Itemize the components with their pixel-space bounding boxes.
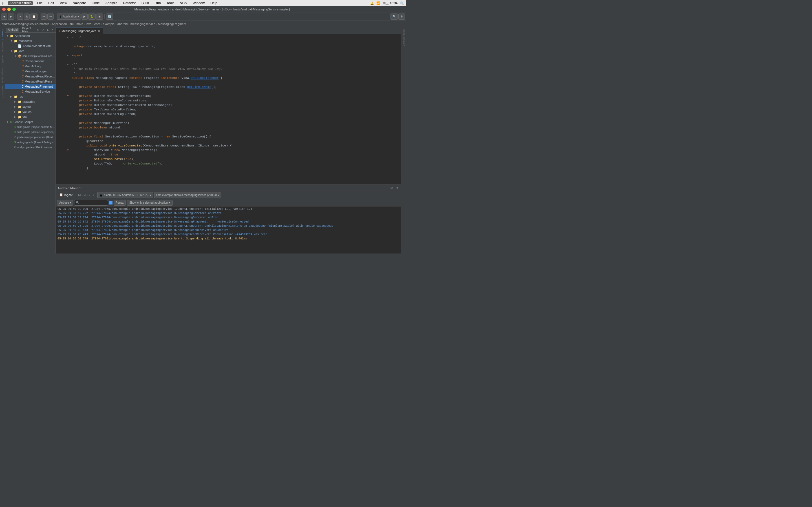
- breadcrumb-java[interactable]: java: [86, 22, 92, 25]
- sync-button[interactable]: 🔄: [106, 13, 113, 20]
- project-tab-android[interactable]: Android: [6, 27, 19, 32]
- log-level-selector[interactable]: Verbose ▾: [57, 200, 73, 206]
- breadcrumb-root[interactable]: android-MessagingService-master: [2, 22, 49, 25]
- show-selected-application-button[interactable]: Show only selected application ▾: [127, 200, 173, 206]
- breadcrumb-com[interactable]: com: [94, 22, 100, 25]
- project-tab-files[interactable]: Project Files: [20, 26, 35, 34]
- sync-project-icon[interactable]: ⟳: [41, 28, 45, 32]
- tree-item-xml[interactable]: ▶ 📁 xml: [5, 114, 56, 119]
- tree-item-messagereplyreceiver[interactable]: C MessageReplyReceiver: [5, 79, 56, 84]
- minimize-button[interactable]: [7, 8, 11, 11]
- redo-button[interactable]: ↪: [47, 13, 54, 20]
- menu-file[interactable]: File: [36, 1, 44, 5]
- menu-view[interactable]: View: [59, 1, 68, 5]
- menu-analyze[interactable]: Analyze: [104, 1, 119, 5]
- notification-icon[interactable]: 🔔: [370, 1, 374, 5]
- menu-build[interactable]: Build: [140, 1, 150, 5]
- tree-item-messagingservice[interactable]: C MessagingService: [5, 89, 56, 94]
- sidebar-tab-android-model[interactable]: Android Model: [402, 28, 405, 47]
- tree-item-build-gradle-project[interactable]: G build.gradle (Project: android-Messagi…: [5, 124, 56, 129]
- paste-button[interactable]: 📋: [30, 13, 38, 20]
- monitor-panel-title: Android Monitor: [57, 186, 82, 190]
- log-search-box[interactable]: 🔍: [74, 200, 108, 206]
- menu-android-studio[interactable]: Android Studio: [8, 1, 33, 5]
- sidebar-tab-structure[interactable]: Structure: [1, 41, 4, 54]
- menu-refactor[interactable]: Refactor: [122, 1, 137, 5]
- copy-button[interactable]: ⎘: [24, 13, 30, 20]
- undo-button[interactable]: ↩: [41, 13, 47, 20]
- tree-item-drawable[interactable]: ▶ 📁 drawable: [5, 99, 56, 104]
- tree-item-messagelogger[interactable]: C MessageLogger: [5, 69, 56, 74]
- process-selector[interactable]: com.example.android.messagingservice (27…: [154, 192, 221, 198]
- tab-close-icon[interactable]: ✕: [98, 30, 100, 33]
- menu-navigate[interactable]: Navigate: [71, 1, 87, 5]
- tree-item-manifests[interactable]: ▼ 📁 manifests: [5, 38, 56, 43]
- regex-checkbox[interactable]: [109, 201, 112, 205]
- tree-item-application[interactable]: ▼ 📁 Application: [5, 33, 56, 38]
- tree-item-local-properties[interactable]: P local.properties (SDK Location): [5, 145, 56, 150]
- restore-icon[interactable]: ⬆: [395, 186, 399, 190]
- tree-item-layout[interactable]: ▶ 📁 layout: [5, 104, 56, 109]
- breadcrumb-example[interactable]: example: [103, 22, 115, 25]
- settings-button[interactable]: ⚙: [398, 13, 405, 20]
- device-selector[interactable]: 📱 Xiaomi MI 3W Android 6.0.1, API 23 ▾: [97, 192, 153, 198]
- monitor-tab-monitors[interactable]: Monitors ⇥: [76, 192, 96, 198]
- tree-item-settings-gradle[interactable]: G settings.gradle (Project Settings): [5, 140, 56, 145]
- forward-button[interactable]: ▶: [8, 13, 14, 20]
- sidebar-tab-project[interactable]: 1: Project: [1, 28, 4, 41]
- run-button[interactable]: ▶: [82, 13, 88, 20]
- menu-help[interactable]: Help: [209, 1, 218, 5]
- show-selected-label: Show only selected application: [130, 201, 168, 204]
- tree-item-androidmanifest[interactable]: 📄 AndroidManifest.xml: [5, 43, 56, 48]
- tree-item-build-gradle-module[interactable]: G build.gradle (Module: Application): [5, 129, 56, 135]
- sidebar-tab-build[interactable]: Build Variants: [1, 66, 4, 84]
- tree-item-mainactivity[interactable]: C MainActivity: [5, 64, 56, 69]
- fold-icon[interactable]: ▶: [67, 54, 68, 57]
- tree-item-conversations[interactable]: C Conversations: [5, 59, 56, 64]
- cut-button[interactable]: ✂: [17, 13, 23, 20]
- log-content[interactable]: 05-25 09:50:19.090 27034-27965/com.examp…: [56, 207, 401, 253]
- code-editor[interactable]: ▶ /.../ package com.example.android.mess…: [56, 34, 401, 184]
- search-menu-icon[interactable]: 🔍: [400, 1, 404, 5]
- breadcrumb-app[interactable]: Application: [52, 22, 67, 25]
- menu-code[interactable]: Code: [91, 1, 101, 5]
- close-button[interactable]: [2, 8, 6, 11]
- run-config-selector[interactable]: 📱 Application ▾: [57, 13, 81, 20]
- tree-item-java[interactable]: ▼ 📁 java: [5, 48, 56, 54]
- debug-button[interactable]: 🐛: [88, 13, 96, 20]
- sidebar-tab-favorites[interactable]: 2: Favorites: [1, 84, 4, 100]
- menu-vcs[interactable]: VCS: [179, 1, 188, 5]
- breadcrumb-src[interactable]: src: [70, 22, 74, 25]
- tree-item-res[interactable]: ▶ 📁 res: [5, 94, 56, 99]
- editor-tab-messagingfragment[interactable]: J MessagingFragment.java ✕: [56, 27, 103, 34]
- settings-icon[interactable]: ⚙: [389, 186, 394, 190]
- tree-item-gradle-scripts[interactable]: ▼ ⚙ Gradle Scripts: [5, 119, 56, 124]
- maximize-button[interactable]: [12, 8, 16, 11]
- back-button[interactable]: ◀: [1, 13, 7, 20]
- menu-tools[interactable]: Tools: [165, 1, 175, 5]
- menu-edit[interactable]: Edit: [47, 1, 55, 5]
- tree-item-values[interactable]: ▶ 📁 values: [5, 109, 56, 114]
- breadcrumb-messagingservice[interactable]: messagingservice: [130, 22, 155, 25]
- tree-label: Application: [15, 34, 30, 38]
- monitor-tab-logcat[interactable]: 📋 logcat: [57, 192, 75, 198]
- tree-item-messagingfragment[interactable]: C MessagingFragment: [5, 84, 56, 89]
- menu-window[interactable]: Window: [192, 1, 206, 5]
- tree-item-package[interactable]: ▼ 📦 com.example.android.messagingservice: [5, 54, 56, 59]
- close-panel-icon[interactable]: ✕: [50, 28, 54, 32]
- gear-icon[interactable]: ⚙: [36, 28, 40, 32]
- fold-icon[interactable]: ▶: [67, 63, 68, 66]
- breadcrumb-file[interactable]: MessagingFragment: [158, 22, 186, 25]
- stop-button[interactable]: ⏹: [96, 13, 103, 20]
- tree-item-gradle-wrapper[interactable]: P gradle-wrapper.properties (Gradle Vers…: [5, 135, 56, 140]
- tree-item-messagereadreceiver[interactable]: C MessageReadReceiver: [5, 74, 56, 79]
- fold-icon[interactable]: ▶: [67, 36, 68, 39]
- apple-menu[interactable]: : [2, 1, 4, 5]
- menu-run[interactable]: Run: [154, 1, 162, 5]
- breadcrumb-main[interactable]: main: [77, 22, 83, 25]
- regex-button[interactable]: Regex: [114, 200, 126, 206]
- search-everywhere-button[interactable]: 🔍: [391, 13, 398, 20]
- breadcrumb-android[interactable]: android: [117, 22, 128, 25]
- collapse-icon[interactable]: ▲: [45, 28, 50, 32]
- sidebar-tab-captures[interactable]: Captures: [1, 54, 4, 66]
